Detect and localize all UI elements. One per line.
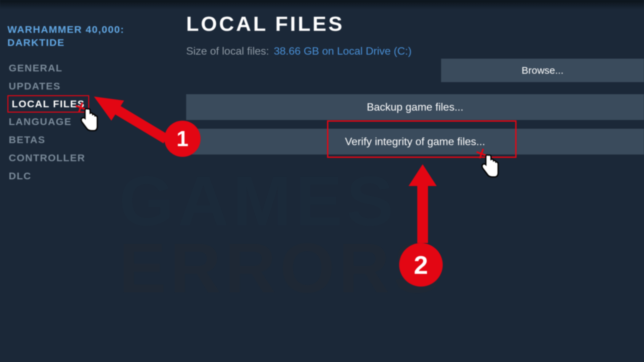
arrow-step1-icon: [87, 94, 174, 147]
arrow-step2-icon: [402, 163, 443, 246]
step-badge-2-label: 2: [414, 250, 428, 280]
step-badge-1-label: 1: [176, 126, 189, 151]
step-badge-2: 2: [399, 243, 443, 287]
svg-marker-1: [409, 164, 437, 186]
cursor-click-icon: [478, 150, 504, 180]
